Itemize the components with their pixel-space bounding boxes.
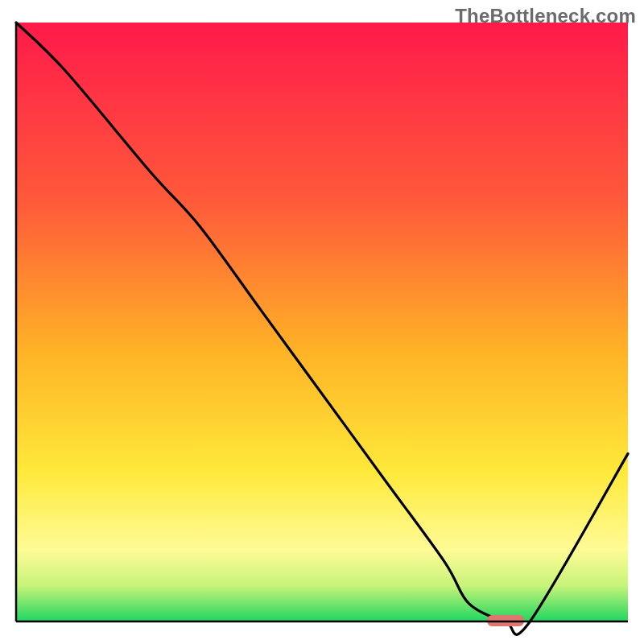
chart-svg — [0, 0, 644, 644]
plot-area — [16, 23, 628, 634]
gradient-bg — [16, 23, 628, 621]
watermark-text: TheBottleneck.com — [455, 5, 636, 27]
bottleneck-chart: TheBottleneck.com — [0, 0, 644, 644]
